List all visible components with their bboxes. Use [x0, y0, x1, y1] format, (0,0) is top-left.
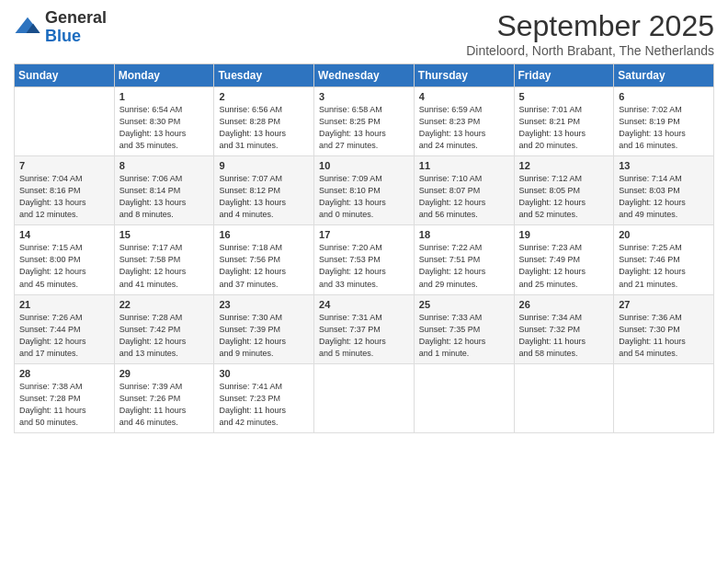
day-number: 8 [119, 160, 210, 171]
day-number: 22 [119, 299, 210, 310]
calendar-cell: 5Sunrise: 7:01 AMSunset: 8:21 PMDaylight… [514, 87, 614, 156]
calendar-cell [414, 363, 514, 432]
day-number: 25 [419, 299, 509, 310]
weekday-header: Saturday [614, 64, 714, 87]
day-number: 7 [19, 160, 109, 171]
day-info: Sunrise: 7:06 AMSunset: 8:14 PMDaylight:… [119, 173, 210, 221]
calendar-cell: 24Sunrise: 7:31 AMSunset: 7:37 PMDayligh… [314, 294, 415, 363]
calendar-cell: 28Sunrise: 7:38 AMSunset: 7:28 PMDayligh… [15, 363, 115, 432]
day-number: 9 [219, 160, 309, 171]
day-info: Sunrise: 7:15 AMSunset: 8:00 PMDaylight:… [19, 242, 109, 290]
calendar-cell: 14Sunrise: 7:15 AMSunset: 8:00 PMDayligh… [15, 225, 115, 294]
logo-icon [14, 14, 41, 41]
day-info: Sunrise: 7:09 AMSunset: 8:10 PMDaylight:… [319, 173, 409, 221]
calendar-cell: 12Sunrise: 7:12 AMSunset: 8:05 PMDayligh… [514, 156, 614, 225]
month-title: September 2025 [466, 9, 714, 43]
day-info: Sunrise: 7:01 AMSunset: 8:21 PMDaylight:… [519, 104, 609, 152]
calendar-cell: 15Sunrise: 7:17 AMSunset: 7:58 PMDayligh… [114, 225, 214, 294]
day-info: Sunrise: 7:14 AMSunset: 8:03 PMDaylight:… [619, 173, 709, 221]
day-number: 27 [619, 299, 709, 310]
calendar-cell: 4Sunrise: 6:59 AMSunset: 8:23 PMDaylight… [414, 87, 514, 156]
day-info: Sunrise: 7:28 AMSunset: 7:42 PMDaylight:… [119, 312, 210, 360]
weekday-header: Monday [114, 64, 214, 87]
calendar-cell: 27Sunrise: 7:36 AMSunset: 7:30 PMDayligh… [614, 294, 714, 363]
day-number: 26 [519, 299, 609, 310]
day-info: Sunrise: 7:30 AMSunset: 7:39 PMDaylight:… [219, 312, 309, 360]
day-info: Sunrise: 6:58 AMSunset: 8:25 PMDaylight:… [319, 104, 409, 152]
calendar-week-row: 1Sunrise: 6:54 AMSunset: 8:30 PMDaylight… [15, 87, 714, 156]
calendar-cell: 11Sunrise: 7:10 AMSunset: 8:07 PMDayligh… [414, 156, 514, 225]
logo-text: General Blue [45, 9, 107, 46]
calendar-week-row: 28Sunrise: 7:38 AMSunset: 7:28 PMDayligh… [15, 363, 714, 432]
day-info: Sunrise: 7:10 AMSunset: 8:07 PMDaylight:… [419, 173, 509, 221]
day-number: 4 [419, 91, 509, 102]
location-subtitle: Dinteloord, North Brabant, The Netherlan… [466, 43, 714, 58]
day-info: Sunrise: 7:26 AMSunset: 7:44 PMDaylight:… [19, 312, 109, 360]
logo-blue: Blue [45, 27, 81, 45]
calendar-cell: 26Sunrise: 7:34 AMSunset: 7:32 PMDayligh… [514, 294, 614, 363]
day-info: Sunrise: 7:07 AMSunset: 8:12 PMDaylight:… [219, 173, 309, 221]
day-number: 29 [119, 368, 210, 379]
day-number: 18 [419, 229, 509, 240]
day-info: Sunrise: 7:31 AMSunset: 7:37 PMDaylight:… [319, 312, 409, 360]
day-number: 10 [319, 160, 409, 171]
calendar-cell: 23Sunrise: 7:30 AMSunset: 7:39 PMDayligh… [214, 294, 314, 363]
day-info: Sunrise: 7:02 AMSunset: 8:19 PMDaylight:… [619, 104, 709, 152]
title-block: September 2025 Dinteloord, North Brabant… [466, 9, 714, 58]
logo: General Blue [14, 9, 107, 46]
day-number: 17 [319, 229, 409, 240]
day-number: 6 [619, 91, 709, 102]
day-info: Sunrise: 7:39 AMSunset: 7:26 PMDaylight:… [119, 381, 210, 429]
day-number: 1 [119, 91, 210, 102]
calendar-cell: 21Sunrise: 7:26 AMSunset: 7:44 PMDayligh… [15, 294, 115, 363]
calendar-cell: 20Sunrise: 7:25 AMSunset: 7:46 PMDayligh… [614, 225, 714, 294]
calendar-cell: 2Sunrise: 6:56 AMSunset: 8:28 PMDaylight… [214, 87, 314, 156]
calendar-week-row: 14Sunrise: 7:15 AMSunset: 8:00 PMDayligh… [15, 225, 714, 294]
calendar-cell: 3Sunrise: 6:58 AMSunset: 8:25 PMDaylight… [314, 87, 415, 156]
day-info: Sunrise: 7:12 AMSunset: 8:05 PMDaylight:… [519, 173, 609, 221]
calendar-cell: 1Sunrise: 6:54 AMSunset: 8:30 PMDaylight… [114, 87, 214, 156]
day-info: Sunrise: 6:59 AMSunset: 8:23 PMDaylight:… [419, 104, 509, 152]
day-info: Sunrise: 7:23 AMSunset: 7:49 PMDaylight:… [519, 242, 609, 290]
day-info: Sunrise: 7:41 AMSunset: 7:23 PMDaylight:… [219, 381, 309, 429]
calendar-week-row: 21Sunrise: 7:26 AMSunset: 7:44 PMDayligh… [15, 294, 714, 363]
calendar-cell [314, 363, 415, 432]
day-info: Sunrise: 6:56 AMSunset: 8:28 PMDaylight:… [219, 104, 309, 152]
calendar-cell: 30Sunrise: 7:41 AMSunset: 7:23 PMDayligh… [214, 363, 314, 432]
day-number: 16 [219, 229, 309, 240]
calendar-header-row: SundayMondayTuesdayWednesdayThursdayFrid… [15, 64, 714, 87]
calendar-table: SundayMondayTuesdayWednesdayThursdayFrid… [14, 63, 714, 433]
day-info: Sunrise: 7:25 AMSunset: 7:46 PMDaylight:… [619, 242, 709, 290]
day-info: Sunrise: 7:04 AMSunset: 8:16 PMDaylight:… [19, 173, 109, 221]
weekday-header: Wednesday [314, 64, 415, 87]
calendar-cell: 22Sunrise: 7:28 AMSunset: 7:42 PMDayligh… [114, 294, 214, 363]
calendar-cell: 29Sunrise: 7:39 AMSunset: 7:26 PMDayligh… [114, 363, 214, 432]
day-info: Sunrise: 7:20 AMSunset: 7:53 PMDaylight:… [319, 242, 409, 290]
logo-general: General [45, 8, 107, 27]
calendar-week-row: 7Sunrise: 7:04 AMSunset: 8:16 PMDaylight… [15, 156, 714, 225]
day-info: Sunrise: 7:34 AMSunset: 7:32 PMDaylight:… [519, 312, 609, 360]
day-number: 23 [219, 299, 309, 310]
day-number: 14 [19, 229, 109, 240]
weekday-header: Tuesday [214, 64, 314, 87]
calendar-cell: 25Sunrise: 7:33 AMSunset: 7:35 PMDayligh… [414, 294, 514, 363]
day-info: Sunrise: 7:38 AMSunset: 7:28 PMDaylight:… [19, 381, 109, 429]
day-number: 30 [219, 368, 309, 379]
day-number: 12 [519, 160, 609, 171]
day-info: Sunrise: 7:17 AMSunset: 7:58 PMDaylight:… [119, 242, 210, 290]
day-number: 5 [519, 91, 609, 102]
page-header: General Blue September 2025 Dinteloord, … [14, 9, 714, 58]
day-number: 3 [319, 91, 409, 102]
day-number: 15 [119, 229, 210, 240]
day-number: 13 [619, 160, 709, 171]
calendar-cell [15, 87, 115, 156]
calendar-cell: 10Sunrise: 7:09 AMSunset: 8:10 PMDayligh… [314, 156, 415, 225]
calendar-cell: 13Sunrise: 7:14 AMSunset: 8:03 PMDayligh… [614, 156, 714, 225]
day-number: 20 [619, 229, 709, 240]
day-number: 11 [419, 160, 509, 171]
weekday-header: Sunday [15, 64, 115, 87]
day-number: 19 [519, 229, 609, 240]
day-number: 2 [219, 91, 309, 102]
calendar-cell: 8Sunrise: 7:06 AMSunset: 8:14 PMDaylight… [114, 156, 214, 225]
calendar-cell: 16Sunrise: 7:18 AMSunset: 7:56 PMDayligh… [214, 225, 314, 294]
